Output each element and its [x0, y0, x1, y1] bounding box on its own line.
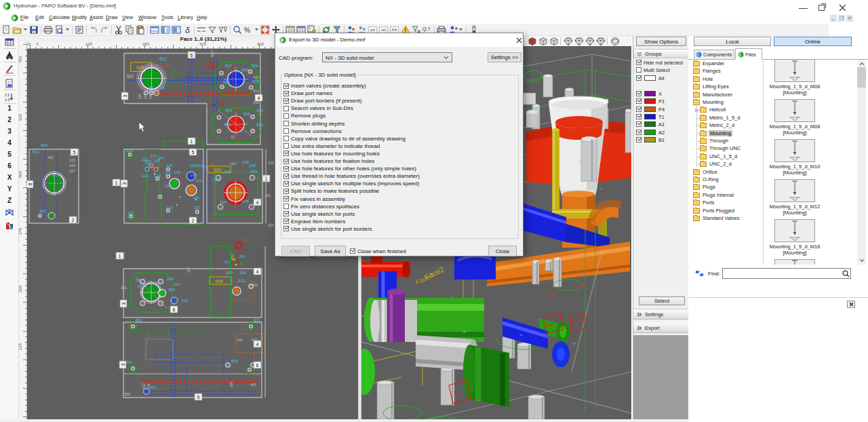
svg-text:4: 4 — [256, 269, 259, 274]
svg-text:511: 511 — [159, 85, 165, 90]
svg-text:208: 208 — [138, 284, 145, 288]
svg-text:302: 302 — [550, 290, 558, 296]
svg-text:203: 203 — [226, 271, 233, 275]
svg-text:105: 105 — [242, 199, 250, 204]
svg-text:5: 5 — [197, 395, 200, 400]
svg-text:111: 111 — [193, 195, 200, 199]
svg-text:5: 5 — [73, 150, 76, 155]
svg-text:125: 125 — [268, 161, 274, 165]
svg-text:201: 201 — [224, 260, 231, 264]
svg-text:3: 3 — [7, 98, 10, 102]
svg-text:507: 507 — [225, 64, 233, 68]
svg-text:8: 8 — [28, 183, 33, 185]
svg-text:MT: MT — [572, 320, 580, 326]
svg-text:129: 129 — [126, 149, 134, 153]
svg-text:602: 602 — [136, 318, 143, 322]
svg-text:107: 107 — [186, 267, 191, 273]
svg-text:402: 402 — [252, 283, 258, 287]
svg-text:6: 6 — [256, 363, 259, 368]
svg-text:61: 61 — [149, 85, 154, 90]
svg-text:101: 101 — [264, 193, 271, 197]
svg-text:¹²: ¹² — [516, 362, 519, 366]
svg-text:115: 115 — [166, 164, 173, 168]
svg-text:12: 12 — [231, 135, 235, 139]
svg-text:612: 612 — [159, 56, 167, 61]
svg-text:211: 211 — [136, 278, 142, 282]
svg-text:402: 402 — [47, 155, 54, 159]
svg-text:2: 2 — [192, 218, 195, 223]
svg-text:101: 101 — [268, 223, 274, 227]
svg-text:4²: 4² — [463, 330, 467, 334]
svg-text:140: 140 — [46, 161, 52, 165]
svg-text:6: 6 — [173, 307, 176, 312]
svg-text:3: 3 — [123, 94, 127, 97]
svg-text:1: 1 — [115, 180, 118, 185]
svg-text:138: 138 — [249, 164, 256, 168]
svg-text:500: 500 — [243, 112, 251, 116]
svg-text:113: 113 — [165, 184, 172, 188]
svg-text:206: 206 — [239, 254, 245, 258]
svg-text:127: 127 — [127, 211, 135, 215]
svg-text:504: 504 — [225, 109, 233, 113]
svg-text:110: 110 — [149, 94, 153, 99]
svg-text:501: 501 — [224, 123, 232, 127]
svg-text:109: 109 — [69, 164, 75, 168]
svg-text:508: 508 — [252, 79, 260, 83]
svg-text:511: 511 — [146, 383, 151, 389]
svg-text:110: 110 — [165, 172, 172, 176]
svg-text:302: 302 — [126, 74, 134, 79]
svg-text:T-24A: T-24A — [159, 62, 172, 67]
svg-text:603: 603 — [254, 318, 261, 322]
svg-text:F: F — [191, 183, 193, 187]
svg-text:004: 004 — [215, 279, 223, 284]
svg-text:215: 215 — [181, 299, 189, 303]
svg-text:401: 401 — [253, 89, 259, 93]
svg-text:1: 1 — [7, 93, 10, 97]
svg-text:117: 117 — [194, 206, 201, 210]
svg-text:301: 301 — [39, 209, 47, 213]
svg-text:210: 210 — [167, 277, 174, 281]
svg-text:4: 4 — [256, 342, 259, 347]
svg-text:509: 509 — [252, 64, 259, 68]
svg-text:506: 506 — [229, 381, 233, 387]
svg-text:3: 3 — [122, 182, 127, 185]
svg-text:002: 002 — [214, 168, 222, 172]
svg-text:109: 109 — [174, 170, 181, 174]
svg-text:205: 205 — [239, 271, 247, 275]
svg-text:601: 601 — [33, 150, 40, 154]
svg-text:%: % — [244, 26, 250, 34]
svg-text:503: 503 — [256, 109, 264, 113]
svg-text:10: 10 — [202, 165, 206, 169]
svg-text:1: 1 — [191, 139, 193, 144]
svg-text:104: 104 — [220, 200, 227, 204]
svg-text:212: 212 — [241, 238, 249, 242]
svg-text:·²¹: ·²¹ — [519, 333, 522, 337]
svg-text:²·: ²· — [421, 326, 424, 330]
svg-text:401: 401 — [250, 383, 256, 387]
svg-text:110: 110 — [138, 94, 142, 99]
svg-text:502: 502 — [256, 123, 264, 127]
svg-text:2: 2 — [72, 218, 75, 223]
svg-text:112: 112 — [196, 178, 203, 183]
svg-text:✱: ✱ — [210, 162, 214, 166]
svg-text:100: 100 — [237, 338, 243, 342]
svg-text:¹·: ¹· — [451, 295, 454, 299]
svg-text:A: A — [454, 389, 459, 397]
svg-text:Face2: Face2 — [423, 265, 446, 282]
svg-text:4: 4 — [258, 96, 260, 100]
svg-text:102: 102 — [224, 170, 232, 174]
svg-text:·¹↗: ·¹↗ — [572, 341, 577, 345]
svg-text:101: 101 — [214, 178, 221, 182]
svg-text:3: 3 — [121, 302, 126, 305]
svg-text:300: 300 — [124, 392, 130, 396]
svg-text:3: 3 — [121, 363, 125, 366]
svg-text:δ: δ — [185, 26, 190, 35]
svg-text:4: 4 — [256, 200, 259, 205]
svg-text:123: 123 — [154, 174, 161, 178]
svg-text:103: 103 — [250, 170, 258, 174]
svg-text:5: 5 — [192, 150, 195, 155]
svg-text:301: 301 — [121, 286, 127, 290]
svg-text:120: 120 — [143, 93, 147, 99]
svg-text:↗·²: ↗·² — [577, 159, 583, 164]
svg-text:6: 6 — [191, 53, 193, 58]
